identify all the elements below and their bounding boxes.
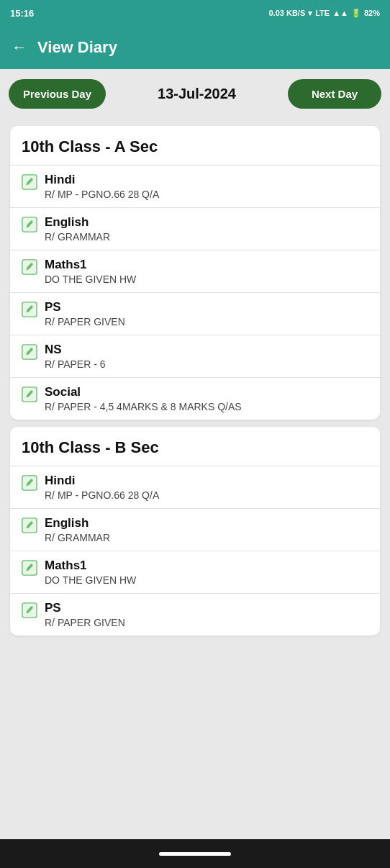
bottom-bar: [0, 839, 390, 868]
entry-0-2: Maths1DO THE GIVEN HW: [10, 250, 380, 292]
entry-task: R/ PAPER GIVEN: [45, 617, 125, 628]
previous-day-button[interactable]: Previous Day: [9, 79, 106, 109]
entry-subject: Maths1: [45, 559, 136, 573]
entry-content-0-4: NSR/ PAPER - 6: [45, 343, 106, 370]
entry-content-1-0: HindiR/ MP - PGNO.66 28 Q/A: [45, 474, 159, 501]
back-button[interactable]: ←: [12, 38, 27, 57]
entry-task: DO THE GIVEN HW: [45, 574, 136, 586]
entry-1-0: HindiR/ MP - PGNO.66 28 Q/A: [10, 466, 380, 508]
entry-subject: PS: [45, 300, 125, 315]
edit-icon: [22, 344, 37, 360]
entry-subject: English: [45, 215, 110, 230]
entry-content-0-0: HindiR/ MP - PGNO.66 28 Q/A: [45, 173, 159, 200]
edit-icon: [22, 174, 37, 190]
entry-content-0-3: PSR/ PAPER GIVEN: [45, 300, 125, 327]
edit-icon: [22, 475, 37, 491]
entry-1-1: EnglishR/ GRAMMAR: [10, 508, 380, 551]
entry-0-5: SocialR/ PAPER - 4,5 4MARKS & 8 MARKS Q/…: [10, 377, 380, 420]
entry-subject: NS: [45, 343, 106, 357]
nav-bar: Previous Day 13-Jul-2024 Next Day: [0, 69, 390, 119]
diary-card-1: 10th Class - B Sec HindiR/ MP - PGNO.66 …: [10, 427, 380, 636]
current-date: 13-Jul-2024: [158, 86, 236, 102]
entry-0-1: EnglishR/ GRAMMAR: [10, 207, 380, 250]
status-bar: 15:16 0.03 KB/S ▾ LTE ▲▲ 🔋 82%: [0, 0, 390, 26]
entry-subject: Maths1: [45, 258, 136, 272]
card-title-0: 10th Class - A Sec: [10, 137, 380, 165]
entry-task: R/ PAPER GIVEN: [45, 316, 125, 327]
header: ← View Diary: [0, 26, 390, 69]
entry-task: R/ MP - PGNO.66 28 Q/A: [45, 489, 159, 501]
lte-icon: LTE: [315, 9, 330, 17]
entry-subject: Hindi: [45, 474, 159, 488]
network-speed: 0.03 KB/S: [268, 9, 305, 17]
page-title: View Diary: [37, 38, 117, 57]
entry-content-0-1: EnglishR/ GRAMMAR: [45, 215, 110, 243]
card-title-1: 10th Class - B Sec: [10, 438, 380, 466]
entry-subject: English: [45, 516, 110, 530]
entry-1-3: PSR/ PAPER GIVEN: [10, 593, 380, 636]
entry-subject: PS: [45, 601, 125, 615]
entry-content-0-2: Maths1DO THE GIVEN HW: [45, 258, 136, 285]
entry-1-2: Maths1DO THE GIVEN HW: [10, 551, 380, 593]
entry-subject: Hindi: [45, 173, 159, 187]
entry-task: R/ PAPER - 4,5 4MARKS & 8 MARKS Q/AS: [45, 401, 242, 412]
edit-icon: [22, 259, 37, 275]
home-indicator: [159, 852, 231, 856]
status-icons: 0.03 KB/S ▾ LTE ▲▲ 🔋 82%: [268, 9, 380, 18]
entry-0-3: PSR/ PAPER GIVEN: [10, 292, 380, 335]
entry-subject: Social: [45, 385, 242, 399]
edit-icon: [22, 386, 37, 402]
next-day-button[interactable]: Next Day: [288, 79, 381, 109]
entry-task: R/ MP - PGNO.66 28 Q/A: [45, 189, 159, 200]
edit-icon: [22, 517, 37, 533]
entry-content-1-2: Maths1DO THE GIVEN HW: [45, 559, 136, 586]
wifi-icon: ▾: [308, 9, 312, 18]
edit-icon: [22, 302, 37, 317]
signal-icon: ▲▲: [332, 9, 348, 17]
entry-content-1-3: PSR/ PAPER GIVEN: [45, 601, 125, 628]
entry-0-4: NSR/ PAPER - 6: [10, 335, 380, 377]
edit-icon: [22, 602, 37, 618]
diary-cards: 10th Class - A Sec HindiR/ MP - PGNO.66 …: [0, 119, 390, 643]
status-time: 15:16: [10, 8, 34, 19]
edit-icon: [22, 560, 37, 576]
entry-task: R/ GRAMMAR: [45, 231, 110, 243]
diary-card-0: 10th Class - A Sec HindiR/ MP - PGNO.66 …: [10, 126, 380, 420]
edit-icon: [22, 217, 37, 232]
battery-level: 82%: [364, 9, 380, 17]
entry-0-0: HindiR/ MP - PGNO.66 28 Q/A: [10, 165, 380, 207]
entry-task: R/ GRAMMAR: [45, 532, 110, 543]
entry-content-1-1: EnglishR/ GRAMMAR: [45, 516, 110, 543]
battery-icon: 🔋: [351, 9, 361, 18]
entry-content-0-5: SocialR/ PAPER - 4,5 4MARKS & 8 MARKS Q/…: [45, 385, 242, 412]
entry-task: DO THE GIVEN HW: [45, 273, 136, 285]
entry-task: R/ PAPER - 6: [45, 358, 106, 370]
